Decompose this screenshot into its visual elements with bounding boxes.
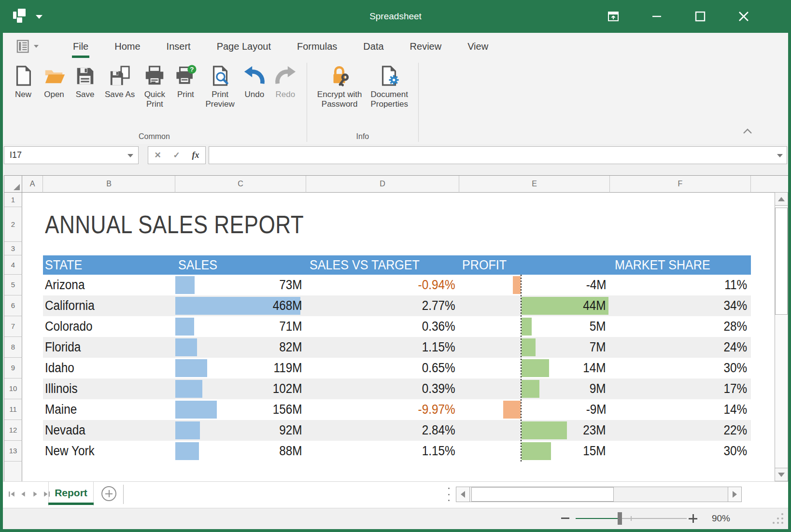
scroll-left-button[interactable]: [456, 487, 470, 502]
state-cell-illinois[interactable]: Illinois: [45, 378, 81, 399]
state-cell-california[interactable]: California: [45, 295, 100, 316]
formula-bar-expand-icon[interactable]: [777, 154, 783, 157]
row-header-4[interactable]: 4: [4, 255, 22, 275]
menu-tab-view[interactable]: View: [454, 33, 501, 61]
state-cell-colorado[interactable]: Colorado: [45, 316, 98, 337]
close-button[interactable]: [734, 7, 753, 26]
profit-cell[interactable]: 7M: [529, 337, 606, 358]
row-header-12[interactable]: 12: [4, 420, 22, 441]
profit-cell[interactable]: 23M: [529, 420, 606, 441]
horizontal-scrollbar-thumb[interactable]: [471, 487, 614, 502]
add-sheet-button[interactable]: [101, 486, 116, 501]
sales-vs-target-cell[interactable]: 0.65%: [378, 358, 455, 378]
sheet-tab-report[interactable]: Report: [48, 482, 94, 506]
sales-vs-target-cell[interactable]: 0.39%: [378, 378, 455, 399]
row-header-13[interactable]: 13: [4, 441, 22, 462]
market-share-cell[interactable]: 30%: [670, 441, 747, 462]
undo-button[interactable]: Undo: [239, 62, 270, 100]
new-button[interactable]: New: [8, 62, 39, 100]
menu-tab-page-layout[interactable]: Page Layout: [204, 33, 284, 61]
name-box[interactable]: I17: [4, 146, 139, 164]
row-header-11[interactable]: 11: [4, 399, 22, 420]
row-header-8[interactable]: 8: [4, 337, 22, 358]
quick-access-toolbar-icon[interactable]: [16, 39, 39, 54]
sales-cell[interactable]: 73M: [225, 275, 302, 295]
sales-vs-target-cell[interactable]: 2.77%: [378, 295, 455, 316]
scroll-up-button[interactable]: [775, 193, 788, 206]
sales-cell[interactable]: 156M: [225, 399, 302, 420]
profit-cell[interactable]: 15M: [529, 441, 606, 462]
save-as-button[interactable]: Save As: [100, 62, 139, 100]
profit-cell[interactable]: 14M: [529, 358, 606, 378]
sheet-title-cell[interactable]: ANNUAL SALES REPORT: [45, 207, 350, 242]
sales-cell[interactable]: 71M: [225, 316, 302, 337]
sales-cell[interactable]: 119M: [225, 358, 302, 378]
market-share-cell[interactable]: 22%: [670, 420, 747, 441]
print-button[interactable]: ?Print: [170, 62, 201, 100]
scroll-down-button[interactable]: [775, 468, 788, 481]
confirm-entry-icon[interactable]: ✓: [173, 150, 180, 160]
minimize-button[interactable]: [647, 7, 666, 26]
ribbon-display-options-icon[interactable]: [604, 7, 623, 26]
zoom-slider-thumb[interactable]: [618, 512, 622, 525]
table-column-header-state[interactable]: STATE: [45, 255, 85, 275]
profit-cell[interactable]: 9M: [529, 378, 606, 399]
sales-vs-target-cell[interactable]: 1.15%: [378, 337, 455, 358]
vertical-scrollbar-thumb[interactable]: [775, 208, 788, 315]
column-header-C[interactable]: C: [175, 176, 306, 193]
state-cell-new-york[interactable]: New York: [45, 441, 100, 462]
market-share-cell[interactable]: 28%: [670, 316, 747, 337]
maximize-button[interactable]: [691, 7, 710, 26]
row-header-3[interactable]: 3: [4, 242, 22, 255]
market-share-cell[interactable]: 24%: [670, 337, 747, 358]
select-all-button[interactable]: [4, 176, 22, 193]
state-cell-florida[interactable]: Florida: [45, 337, 85, 358]
menu-tab-home[interactable]: Home: [101, 33, 153, 61]
redo-button[interactable]: Redo: [270, 62, 301, 100]
menu-tab-insert[interactable]: Insert: [154, 33, 204, 61]
row-header-1[interactable]: 1: [4, 193, 22, 207]
collapse-ribbon-icon[interactable]: [741, 126, 754, 137]
state-cell-idaho[interactable]: Idaho: [45, 358, 78, 378]
print-preview-button[interactable]: Print Preview: [201, 62, 239, 111]
row-header-6[interactable]: 6: [4, 295, 22, 316]
table-column-header-sales[interactable]: SALES: [178, 255, 220, 275]
sales-vs-target-cell[interactable]: 0.36%: [378, 316, 455, 337]
profit-cell[interactable]: -9M: [529, 399, 606, 420]
table-column-header-profit[interactable]: PROFIT: [462, 255, 510, 275]
formula-input[interactable]: [209, 146, 787, 164]
market-share-cell[interactable]: 30%: [670, 358, 747, 378]
column-header-D[interactable]: D: [306, 176, 459, 193]
row-header-5[interactable]: 5: [4, 275, 22, 295]
profit-cell[interactable]: 44M: [529, 295, 606, 316]
column-header-E[interactable]: E: [459, 176, 610, 193]
open-button[interactable]: Open: [39, 62, 70, 100]
column-header-empty[interactable]: [751, 176, 789, 193]
sales-cell[interactable]: 102M: [225, 378, 302, 399]
encrypt-with-password-button[interactable]: Encrypt with Password: [313, 62, 367, 111]
table-column-header-market-share[interactable]: MARKET SHARE: [615, 255, 718, 275]
menu-tab-data[interactable]: Data: [350, 33, 396, 61]
document-properties-button[interactable]: Document Properties: [366, 62, 412, 111]
name-box-dropdown-icon[interactable]: [127, 154, 133, 157]
table-column-header-sales-vs-target[interactable]: SALES VS TARGET: [310, 255, 428, 275]
sales-vs-target-cell[interactable]: -0.94%: [378, 275, 455, 295]
row-header-10[interactable]: 10: [4, 378, 22, 399]
save-button[interactable]: Save: [70, 62, 100, 100]
scroll-next-sheet-button[interactable]: [29, 488, 41, 500]
column-header-B[interactable]: B: [43, 176, 175, 193]
sales-cell[interactable]: 88M: [225, 441, 302, 462]
cancel-entry-icon[interactable]: ✕: [154, 150, 161, 160]
state-cell-nevada[interactable]: Nevada: [45, 420, 90, 441]
row-header-partial[interactable]: [4, 462, 22, 481]
sales-vs-target-cell[interactable]: 2.84%: [378, 420, 455, 441]
quick-print-button[interactable]: Quick Print: [139, 62, 170, 111]
menu-tab-review[interactable]: Review: [397, 33, 455, 61]
scrollbar-splitter-handle[interactable]: [447, 488, 450, 501]
market-share-cell[interactable]: 11%: [670, 275, 747, 295]
horizontal-scrollbar[interactable]: [456, 487, 742, 502]
state-cell-arizona[interactable]: Arizona: [45, 275, 89, 295]
zoom-in-button[interactable]: [689, 514, 697, 523]
sales-cell[interactable]: 82M: [225, 337, 302, 358]
scroll-previous-sheet-button[interactable]: [17, 488, 29, 500]
